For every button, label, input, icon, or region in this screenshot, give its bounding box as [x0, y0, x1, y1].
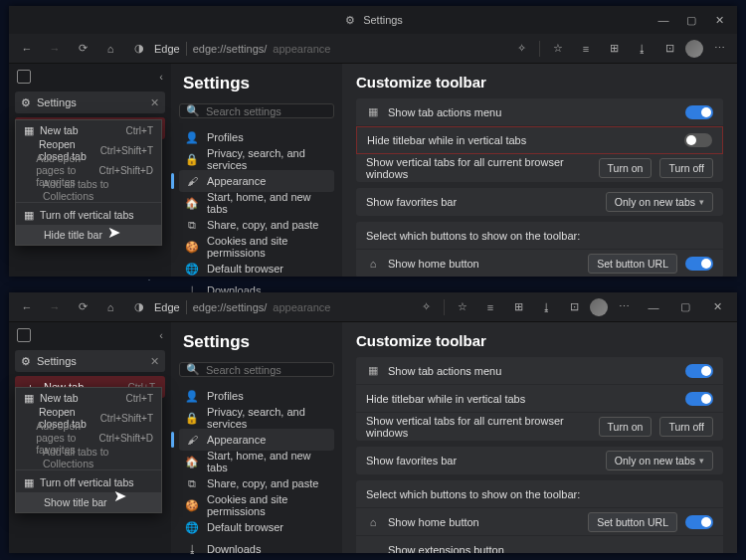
nav-item[interactable]: 🍪Cookies and site permissions [179, 494, 334, 516]
tracking-icon[interactable]: ✧ [509, 36, 533, 62]
nav-item[interactable]: 🍪Cookies and site permissions [179, 236, 334, 258]
menu-item-shortcut: Ctrl+Shift+T [100, 413, 153, 424]
refresh-button[interactable]: ⟳ [71, 36, 94, 62]
toggle-switch[interactable] [685, 257, 713, 271]
titlebar: ⚙ Settings — ▢ ✕ [9, 6, 737, 34]
close-tab-icon[interactable]: ✕ [150, 96, 159, 109]
close-button[interactable]: ✕ [705, 6, 733, 34]
collections-icon[interactable]: ⊞ [602, 36, 626, 62]
context-menu-item[interactable]: Show title bar [16, 492, 161, 512]
toggle-switch[interactable] [685, 105, 713, 119]
nav-item[interactable]: ⭳Downloads [179, 538, 334, 560]
nav-item[interactable]: 🌐Default browser [179, 258, 334, 280]
action-button[interactable]: Turn on [599, 417, 653, 437]
tab-context-menu[interactable]: ▦New tabCtrl+TReopen closed tabCtrl+Shif… [15, 119, 162, 246]
toggle-switch[interactable] [684, 133, 712, 147]
nav-item[interactable]: 🔒Privacy, search, and services [179, 407, 334, 429]
dropdown-select[interactable]: Only on new tabs▾ [606, 192, 713, 212]
tracking-icon[interactable]: ✧ [414, 294, 438, 320]
favorites-icon[interactable]: ☆ [546, 36, 570, 62]
menu-button[interactable]: ⋯ [707, 36, 731, 62]
gear-icon: ⚙ [343, 13, 357, 27]
setting-row: ▦Show tab actions menu [356, 357, 723, 385]
nav-item-label: Privacy, search, and services [207, 147, 328, 171]
tab-settings[interactable]: ⚙ Settings ✕ [15, 350, 165, 372]
context-menu-item[interactable]: Hide title bar [16, 225, 161, 245]
context-menu-item[interactable]: ▦New tabCtrl+T [16, 388, 161, 408]
action-button[interactable]: Turn off [659, 158, 713, 178]
nav-item[interactable]: 🏠Start, home, and new tabs [179, 451, 334, 472]
setting-label: Show extensions button [388, 544, 713, 553]
row-icon: ⌂ [366, 258, 380, 270]
toggle-switch[interactable] [685, 515, 713, 529]
menu-item-shortcut: Ctrl+Shift+T [100, 145, 153, 156]
setting-row: Hide titlebar while in vertical tabs [356, 385, 723, 413]
extensions-icon[interactable]: ⊡ [562, 294, 586, 320]
tab-context-menu[interactable]: ▦New tabCtrl+TReopen closed tabCtrl+Shif… [15, 387, 162, 513]
tab-actions-icon[interactable] [17, 70, 31, 84]
action-button[interactable]: Turn off [659, 417, 713, 437]
nav-item[interactable]: 🏠Start, home, and new tabs [179, 192, 334, 214]
menu-item-shortcut: Ctrl+T [126, 393, 154, 404]
home-button[interactable]: ⌂ [98, 294, 122, 320]
reading-list-icon[interactable]: ≡ [478, 294, 502, 320]
profile-avatar[interactable] [590, 298, 608, 316]
nav-item[interactable]: 🔒Privacy, search, and services [179, 148, 334, 170]
nav-item-icon: 👤 [185, 130, 199, 144]
minimize-button[interactable]: — [650, 6, 677, 34]
dropdown-select[interactable]: Only on new tabs▾ [606, 451, 713, 470]
search-input[interactable] [206, 364, 343, 376]
url-path: edge://settings/ [193, 301, 268, 313]
edge-logo-icon: ◑ [134, 42, 148, 56]
favorites-icon[interactable]: ☆ [451, 294, 474, 320]
chevron-left-icon[interactable]: ‹ [159, 71, 163, 83]
back-button[interactable]: ← [15, 294, 39, 320]
extensions-icon[interactable]: ⊡ [657, 36, 681, 62]
nav-item[interactable]: 👤Profiles [179, 126, 334, 148]
nav-item-label: Default browser [207, 521, 283, 533]
context-menu-item[interactable]: ▦Turn off vertical tabs [16, 472, 161, 492]
collections-icon[interactable]: ⊞ [506, 294, 530, 320]
back-button[interactable]: ← [15, 36, 39, 62]
maximize-button[interactable]: ▢ [677, 6, 705, 34]
address-bar[interactable]: ◑ Edge edge://settings/appearance [128, 296, 410, 318]
nav-item-icon: 🔒 [185, 152, 199, 166]
action-button[interactable]: Set button URL [588, 512, 677, 532]
context-menu-item[interactable]: ▦New tabCtrl+T [16, 120, 161, 140]
row-icon: ▦ [366, 364, 380, 377]
profile-avatar[interactable] [685, 40, 703, 58]
nav-item[interactable]: 🌐Default browser [179, 516, 334, 538]
close-button[interactable]: ✕ [703, 293, 731, 321]
tab-actions-icon[interactable] [17, 328, 31, 342]
action-button[interactable]: Turn on [599, 158, 653, 178]
toggle-switch[interactable] [685, 364, 713, 378]
downloads-icon[interactable]: ⭳ [630, 36, 653, 62]
nav-item[interactable]: ⧉Share, copy, and paste [179, 214, 334, 236]
maximize-button[interactable]: ▢ [671, 293, 699, 321]
tab-settings[interactable]: ⚙ Settings ✕ [15, 92, 165, 113]
home-button[interactable]: ⌂ [98, 36, 122, 62]
settings-search[interactable]: 🔍 [179, 103, 334, 118]
refresh-button[interactable]: ⟳ [71, 294, 94, 320]
nav-item[interactable]: 🖌Appearance [179, 170, 334, 192]
nav-item-icon: 🖌 [185, 433, 199, 447]
menu-button[interactable]: ⋯ [612, 294, 636, 320]
chevron-left-icon[interactable]: ‹ [159, 329, 163, 341]
address-bar[interactable]: ◑ Edge edge://settings/appearance [128, 38, 505, 60]
nav-item[interactable]: 👤Profiles [179, 385, 334, 407]
settings-search[interactable]: 🔍 [179, 362, 334, 377]
setting-row: Show extensions button [356, 536, 723, 553]
section-subheading: Select which buttons to show on the tool… [356, 222, 723, 250]
nav-item[interactable]: 🖌Appearance [179, 429, 334, 451]
downloads-icon[interactable]: ⭳ [534, 294, 558, 320]
minimize-button[interactable]: — [640, 293, 667, 321]
menu-item-icon: ▦ [24, 124, 34, 136]
reading-list-icon[interactable]: ≡ [574, 36, 598, 62]
close-tab-icon[interactable]: ✕ [150, 355, 159, 368]
search-input[interactable] [206, 105, 343, 117]
action-button[interactable]: Set button URL [588, 254, 677, 274]
edge-logo-icon: ◑ [134, 300, 148, 314]
context-menu-item[interactable]: ▦Turn off vertical tabs [16, 205, 161, 225]
nav-item[interactable]: ⧉Share, copy, and paste [179, 472, 334, 494]
toggle-switch[interactable] [685, 392, 713, 406]
